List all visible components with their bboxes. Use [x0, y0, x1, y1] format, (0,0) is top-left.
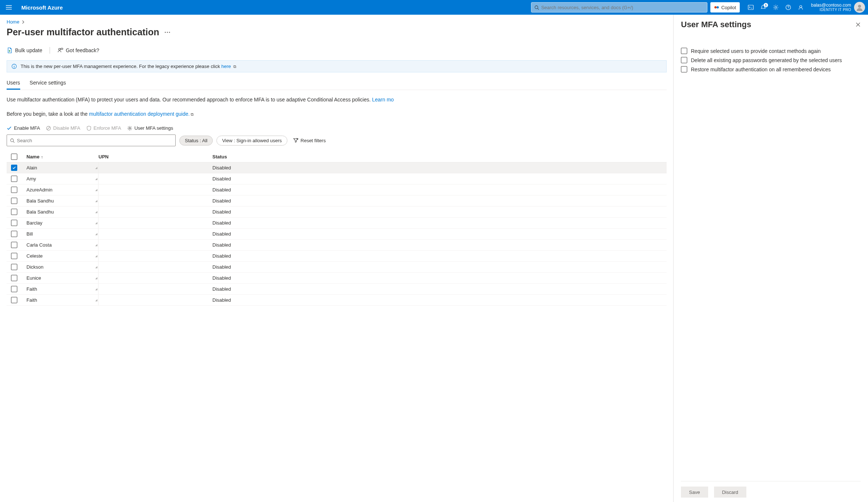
svg-rect-4 [748, 5, 753, 10]
topbar-icons: 1 [748, 4, 804, 10]
brand-label[interactable]: Microsoft Azure [21, 4, 63, 11]
help-icon[interactable] [785, 4, 791, 10]
svg-point-8 [858, 5, 861, 8]
account-block[interactable]: balas@contoso.com IDENTITY IT PRO [811, 3, 851, 12]
account-role: IDENTITY IT PRO [811, 8, 851, 12]
global-search[interactable] [531, 2, 707, 12]
notif-badge: 1 [764, 3, 768, 7]
account-email: balas@contoso.com [811, 3, 851, 8]
avatar[interactable] [854, 2, 865, 13]
notifications-icon[interactable]: 1 [760, 4, 766, 10]
copilot-icon [714, 5, 719, 10]
svg-point-2 [714, 6, 717, 8]
svg-point-0 [535, 6, 538, 8]
svg-point-3 [717, 6, 719, 8]
global-search-input[interactable] [541, 5, 704, 10]
copilot-button[interactable]: Copilot [710, 2, 740, 12]
feedback-icon[interactable] [798, 4, 804, 10]
svg-line-1 [538, 8, 539, 9]
top-bar: Microsoft Azure Copilot 1 balas@contoso.… [0, 0, 868, 15]
menu-icon[interactable] [3, 5, 15, 10]
search-icon [534, 5, 539, 10]
cloud-shell-icon[interactable] [748, 4, 754, 10]
settings-icon[interactable] [773, 4, 779, 10]
svg-point-7 [800, 6, 802, 8]
svg-point-5 [775, 7, 777, 8]
copilot-label: Copilot [721, 5, 736, 10]
